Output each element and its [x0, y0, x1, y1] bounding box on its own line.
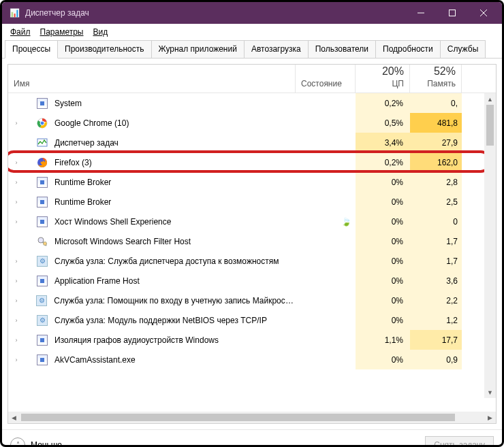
table-row[interactable]: Диспетчер задач3,4%27,9 [8, 133, 496, 152]
expand-chevron-icon[interactable]: › [12, 179, 20, 186]
expand-chevron-icon[interactable]: › [12, 337, 20, 344]
cell-state: 🍃 [296, 217, 356, 227]
process-name: Служба узла: Помощник по входу в учетную… [54, 296, 296, 305]
scroll-down-icon[interactable]: ▼ [484, 386, 496, 398]
end-task-button[interactable]: Снять задачу [425, 436, 494, 448]
expand-chevron-icon[interactable]: › [12, 258, 20, 265]
tab-startup[interactable]: Автозагрузка [244, 40, 309, 58]
table-row[interactable]: ›⚙Служба узла: Помощник по входу в учетн… [8, 291, 496, 310]
process-name: Служба узла: Модуль поддержки NetBIOS че… [54, 316, 267, 325]
process-name: Runtime Broker [54, 197, 111, 207]
expand-chevron-icon[interactable]: › [12, 357, 20, 363]
col-cpu-label: ЦП [392, 79, 404, 88]
table-row[interactable]: ›Firefox (3)0,2%162,0 [8, 152, 496, 172]
cell-name: ›Изоляция графов аудиоустройств Windows [8, 335, 296, 346]
tab-performance[interactable]: Производительность [57, 40, 151, 58]
scroll-thumb[interactable] [486, 105, 494, 146]
minimize-button[interactable] [405, 3, 437, 23]
tab-app-history[interactable]: Журнал приложений [151, 40, 245, 58]
expand-chevron-icon[interactable]: › [12, 218, 20, 225]
process-name: Microsoft Windows Search Filter Host [54, 237, 191, 246]
table-row[interactable]: ›Runtime Broker0%2,8 [8, 172, 496, 192]
app-generic-icon [37, 354, 48, 365]
cell-name: ›⚙Служба узла: Модуль поддержки NetBIOS … [8, 315, 296, 326]
tab-users[interactable]: Пользователи [308, 40, 376, 58]
expand-chevron-icon[interactable]: › [12, 317, 20, 324]
taskmgr-icon [37, 137, 48, 148]
process-name: Хост Windows Shell Experience [54, 217, 171, 227]
expand-chevron-icon[interactable]: › [12, 199, 20, 205]
cell-name: ›Хост Windows Shell Experience [8, 216, 296, 227]
cell-cpu: 0% [356, 172, 410, 192]
table-header: Имя Состояние 20% ЦП 52% Память [8, 65, 496, 93]
content-area: Имя Состояние 20% ЦП 52% Память System0,… [2, 59, 502, 424]
table-row[interactable]: System0,2%0, [8, 93, 496, 113]
hscroll-thumb[interactable] [21, 414, 455, 421]
cell-memory: 3,6 [410, 271, 462, 291]
cell-memory: 0,9 [410, 350, 462, 369]
fewer-details-label: Меньше [31, 440, 62, 448]
app-generic-icon [37, 177, 48, 188]
table-row[interactable]: ›Изоляция графов аудиоустройств Windows1… [8, 330, 496, 350]
expand-chevron-icon[interactable]: › [12, 120, 20, 127]
horizontal-scrollbar[interactable]: ◀ ▶ [8, 412, 496, 423]
chrome-icon [37, 118, 48, 129]
cell-cpu: 0% [356, 350, 410, 369]
maximize-button[interactable] [437, 3, 468, 23]
gear-icon: ⚙ [37, 315, 48, 326]
cell-cpu: 0% [356, 212, 410, 231]
cell-name: ›Runtime Broker [8, 177, 296, 188]
table-row[interactable]: ›⚙Служба узла: Модуль поддержки NetBIOS … [8, 310, 496, 330]
cell-cpu: 0% [356, 192, 410, 212]
process-name: Google Chrome (10) [54, 118, 129, 128]
cell-cpu: 0% [356, 251, 410, 271]
app-generic-icon [37, 197, 48, 208]
scroll-left-icon[interactable]: ◀ [8, 414, 20, 421]
menu-file[interactable]: Файл [6, 26, 35, 38]
titlebar[interactable]: 📊 Диспетчер задач [2, 2, 502, 24]
leaf-icon: 🍃 [341, 217, 351, 227]
gear-icon: ⚙ [36, 295, 47, 306]
vertical-scrollbar[interactable]: ▲ ▼ [484, 93, 496, 398]
close-button[interactable] [468, 3, 499, 23]
menu-view[interactable]: Вид [89, 26, 112, 38]
col-name[interactable]: Имя [8, 65, 296, 93]
cell-memory: 1,2 [410, 310, 462, 330]
col-state[interactable]: Состояние [296, 65, 356, 93]
scroll-up-icon[interactable]: ▲ [484, 93, 496, 105]
fewer-details-button[interactable]: ˄ Меньше [10, 437, 62, 448]
cell-memory: 162,0 [410, 152, 462, 172]
table-row[interactable]: ›Runtime Broker0%2,5 [8, 192, 496, 212]
svg-rect-1 [450, 10, 456, 16]
table-row[interactable]: ›Application Frame Host0%3,6 [8, 271, 496, 291]
cell-cpu: 0% [356, 310, 410, 330]
expand-chevron-icon[interactable]: › [12, 159, 20, 166]
tab-processes[interactable]: Процессы [5, 40, 58, 59]
tab-details[interactable]: Подробности [375, 40, 441, 58]
svg-point-11 [44, 242, 47, 245]
col-memory-label: Память [427, 79, 456, 88]
cell-name: Microsoft Windows Search Filter Host [8, 236, 296, 247]
table-row[interactable]: ›Google Chrome (10)0,5%481,8 [8, 113, 496, 133]
process-name: Диспетчер задач [54, 138, 119, 148]
expand-chevron-icon[interactable]: › [12, 297, 20, 304]
table-row[interactable]: Microsoft Windows Search Filter Host0%1,… [8, 231, 496, 251]
process-name: AkVCamAssistant.exe [54, 355, 136, 365]
scroll-right-icon[interactable]: ▶ [484, 414, 496, 421]
table-row[interactable]: ›AkVCamAssistant.exe0%0,9 [8, 350, 496, 369]
tab-services[interactable]: Службы [440, 40, 486, 58]
cell-cpu: 0% [356, 231, 410, 251]
app-generic-icon [37, 216, 48, 227]
expand-chevron-icon[interactable]: › [12, 278, 20, 284]
table-row[interactable]: ›Хост Windows Shell Experience🍃0%0 [8, 212, 496, 231]
table-row[interactable]: ›⚙Служба узла: Служба диспетчера доступа… [8, 251, 496, 271]
col-memory[interactable]: 52% Память [410, 65, 462, 93]
cell-name: ›AkVCamAssistant.exe [8, 354, 296, 365]
col-cpu[interactable]: 20% ЦП [356, 65, 410, 93]
app-generic-icon [37, 276, 48, 286]
menubar: Файл Параметры Вид [2, 24, 502, 40]
menu-options[interactable]: Параметры [36, 26, 88, 38]
cell-memory: 17,7 [410, 330, 462, 350]
cell-memory: 27,9 [410, 133, 462, 152]
search-icon [37, 236, 48, 247]
